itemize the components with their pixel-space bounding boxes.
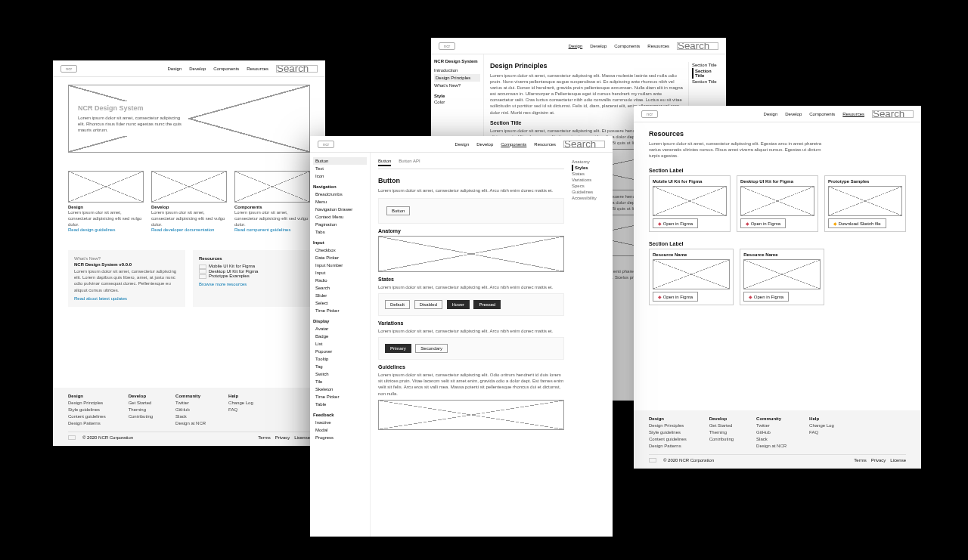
- sidebar-item[interactable]: List: [313, 340, 367, 348]
- footer-link[interactable]: Design Principles: [68, 400, 106, 407]
- sidebar-item[interactable]: Tabs: [313, 228, 367, 236]
- footer-link[interactable]: Twitter: [756, 422, 786, 429]
- sidebar-item[interactable]: Menu: [313, 198, 367, 206]
- nav-resources[interactable]: Resources: [534, 142, 556, 147]
- sidebar-item[interactable]: Time Picker: [313, 393, 367, 401]
- footer-link[interactable]: Slack: [175, 413, 206, 420]
- sidebar-item[interactable]: Skeleton: [313, 385, 367, 393]
- nav-develop[interactable]: Develop: [476, 142, 493, 147]
- nav-design[interactable]: Design: [168, 67, 182, 71]
- sidebar-item[interactable]: Popover: [313, 348, 367, 355]
- footer-link[interactable]: Design Patterns: [649, 443, 687, 450]
- footer-link[interactable]: Get Started: [129, 400, 153, 407]
- footer-link[interactable]: Slack: [756, 436, 786, 443]
- footer-link[interactable]: Contributing: [129, 413, 153, 420]
- sidebar-item[interactable]: Search: [313, 284, 367, 292]
- sidebar-item[interactable]: Modal: [313, 426, 367, 434]
- card-link[interactable]: Read design guidelines: [68, 227, 115, 232]
- nav-components[interactable]: Components: [614, 44, 640, 48]
- state-disabled-button[interactable]: Disabled: [414, 300, 442, 309]
- whatsnew-link[interactable]: Read about latest updates: [74, 296, 179, 301]
- footer-terms[interactable]: Terms: [258, 435, 270, 440]
- open-in-figma-button[interactable]: ◆ Open in Figma: [740, 218, 786, 228]
- toc-item[interactable]: Specs: [572, 183, 605, 189]
- tab-button-api[interactable]: Button API: [399, 159, 420, 166]
- sidebar-item[interactable]: Radio: [313, 277, 367, 284]
- card-link[interactable]: Read developer documentation: [151, 227, 214, 232]
- sidebar-whatsnew[interactable]: What's New?: [434, 82, 480, 89]
- footer-link[interactable]: GitHub: [756, 429, 786, 436]
- footer-link[interactable]: Design Patterns: [68, 420, 106, 427]
- state-pressed-button[interactable]: Pressed: [473, 300, 501, 309]
- download-sketch-button[interactable]: ◆ Download Sketch file: [828, 218, 886, 228]
- logo[interactable]: ncr: [439, 42, 455, 50]
- sidebar-item[interactable]: Button: [313, 157, 367, 165]
- toc-item[interactable]: Variations: [572, 177, 605, 183]
- sidebar-item[interactable]: Context Menu: [313, 213, 367, 221]
- sidebar-item[interactable]: Inactive: [313, 419, 367, 426]
- toc-item[interactable]: States: [572, 171, 605, 177]
- sidebar-item[interactable]: Icon: [313, 172, 367, 180]
- footer-link[interactable]: Design Principles: [649, 422, 687, 429]
- toc-item[interactable]: Section Title: [692, 62, 720, 68]
- search-input[interactable]: [677, 42, 718, 50]
- sidebar-item[interactable]: Input Number: [313, 261, 367, 269]
- logo[interactable]: ncr: [60, 65, 77, 73]
- open-in-figma-button[interactable]: ◆ Open in Figma: [653, 292, 698, 302]
- nav-resources[interactable]: Resources: [247, 67, 268, 71]
- sidebar-item[interactable]: Slider: [313, 292, 367, 299]
- toc-item[interactable]: Section Title: [692, 79, 720, 85]
- sidebar-item[interactable]: Text: [313, 165, 367, 172]
- toc-item[interactable]: Anatomy: [572, 159, 605, 165]
- sidebar-item[interactable]: Badge: [313, 333, 367, 340]
- footer-link[interactable]: Theming: [709, 429, 734, 436]
- search-input[interactable]: [563, 141, 605, 148]
- sidebar-item[interactable]: Progress: [313, 434, 367, 441]
- nav-design[interactable]: Design: [764, 112, 778, 116]
- sidebar-item[interactable]: Tag: [313, 363, 367, 370]
- footer-link[interactable]: Design at NCR: [756, 443, 786, 450]
- footer-link[interactable]: Change Log: [809, 422, 834, 429]
- sidebar-color[interactable]: Color: [434, 98, 480, 106]
- footer-link[interactable]: Design at NCR: [175, 420, 206, 427]
- footer-link[interactable]: GitHub: [175, 407, 206, 413]
- sidebar-item[interactable]: Switch: [313, 370, 367, 378]
- open-in-figma-button[interactable]: ◆ Open in Figma: [653, 218, 698, 228]
- resources-link[interactable]: Browse more resources: [199, 282, 304, 286]
- nav-design[interactable]: Design: [455, 142, 470, 147]
- toc-item[interactable]: Section Title: [692, 68, 720, 79]
- resource-item[interactable]: Prototype Examples: [199, 274, 304, 278]
- state-hover-button[interactable]: Hover: [447, 300, 470, 309]
- toc-item[interactable]: Styles: [572, 165, 605, 171]
- footer-link[interactable]: Style guidelines: [649, 429, 687, 436]
- sidebar-item[interactable]: Tooltip: [313, 355, 367, 363]
- nav-components[interactable]: Components: [213, 67, 239, 71]
- sidebar-item[interactable]: Checkbox: [313, 246, 367, 254]
- sample-button[interactable]: Button: [386, 206, 410, 215]
- nav-resources[interactable]: Resources: [647, 44, 669, 48]
- variant-secondary-button[interactable]: Secondary: [415, 344, 448, 353]
- sidebar-item[interactable]: Avatar: [313, 325, 367, 333]
- search-input[interactable]: [872, 110, 914, 118]
- footer-license[interactable]: License: [890, 458, 906, 463]
- nav-components[interactable]: Components: [809, 112, 835, 116]
- footer-license[interactable]: License: [294, 435, 310, 440]
- nav-components[interactable]: Components: [501, 142, 526, 147]
- search-input[interactable]: [276, 65, 318, 73]
- nav-design[interactable]: Design: [569, 44, 583, 48]
- footer-link[interactable]: Style guidelines: [68, 407, 106, 413]
- footer-link[interactable]: Contributing: [709, 436, 734, 443]
- sidebar-item[interactable]: Breadcrumbs: [313, 190, 367, 198]
- sidebar-item[interactable]: Select: [313, 299, 367, 307]
- open-in-figma-button[interactable]: ◆ Open in Figma: [743, 292, 789, 302]
- logo[interactable]: ncr: [641, 110, 658, 118]
- footer-link[interactable]: Content guidelines: [68, 413, 106, 420]
- nav-develop[interactable]: Develop: [785, 112, 802, 116]
- sidebar-item[interactable]: Table: [313, 401, 367, 408]
- footer-link[interactable]: Change Log: [228, 400, 253, 407]
- footer-link[interactable]: FAQ: [228, 407, 253, 413]
- footer-terms[interactable]: Terms: [854, 458, 866, 463]
- nav-develop[interactable]: Develop: [189, 67, 206, 71]
- footer-link[interactable]: Get Started: [709, 422, 734, 429]
- footer-link[interactable]: Twitter: [175, 400, 206, 407]
